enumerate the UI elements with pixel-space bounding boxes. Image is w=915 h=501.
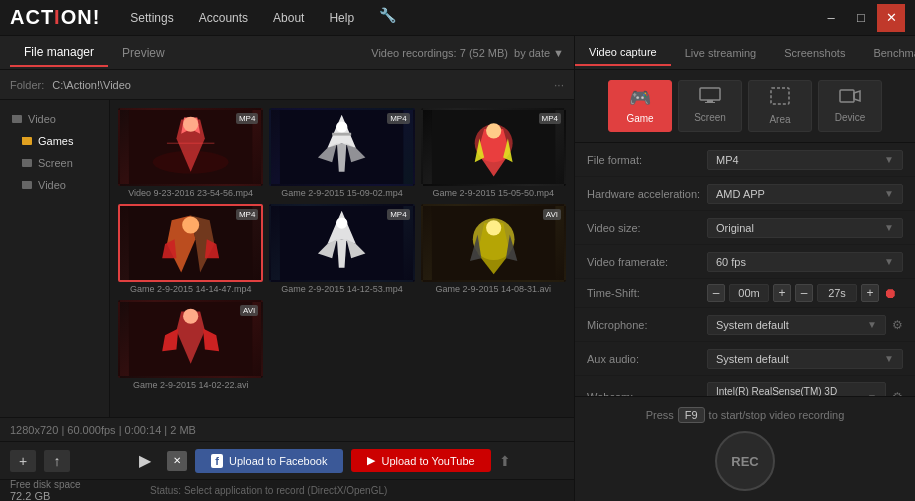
menu-help[interactable]: Help [319,7,364,29]
timeshift-plus-2[interactable]: + [861,284,879,302]
rec-key-badge: F9 [678,407,705,423]
upload-facebook-button[interactable]: f Upload to Facebook [195,449,343,473]
capture-mode-area[interactable]: Area [748,80,812,132]
menu-about[interactable]: About [263,7,314,29]
capture-mode-device[interactable]: Device [818,80,882,132]
thumbnail-label: Game 2-9-2015 15-05-50.mp4 [421,188,566,198]
maximize-button[interactable]: □ [847,4,875,32]
minimize-button[interactable]: – [817,4,845,32]
status-bar: Free disk space 72.2 GB Status: Select a… [0,479,574,501]
play-button[interactable]: ▶ [131,447,159,475]
wrench-icon[interactable]: 🔧 [379,7,396,29]
timeshift-value-1: 00m [729,284,769,302]
video-framerate-dropdown[interactable]: 60 fps ▼ [707,252,903,272]
thumbnails-grid: MP4 Video 9-23-2016 23-54-56.mp4 [118,108,566,390]
timeshift-record-icon[interactable]: ⏺ [883,285,897,301]
sidebar: Video Games Screen Video [0,100,110,417]
capture-mode-game[interactable]: 🎮 Game [608,80,672,132]
video-size-dropdown[interactable]: Original ▼ [707,218,903,238]
format-badge: MP4 [539,113,561,124]
chevron-down-icon: ▼ [884,154,894,165]
title-bar: ACTION! Settings Accounts About Help 🔧 –… [0,0,915,36]
format-badge: MP4 [387,209,409,220]
svg-rect-12 [333,133,352,136]
timeshift-value-2: 27s [817,284,857,302]
svg-point-22 [182,216,199,233]
folder-label: Folder: [10,79,44,91]
add-button[interactable]: + [10,450,36,472]
format-badge: AVI [240,305,258,316]
thumbnail-item[interactable]: MP4 Game 2-9-2015 14-14-47.mp4 [118,204,263,294]
microphone-dropdown[interactable]: System default ▼ [707,315,886,335]
bottom-controls: + ↑ ▶ ✕ f Upload to Facebook ▶ Upload to… [0,441,574,479]
thumbnail-image: MP4 [421,108,566,186]
screen-icon [699,87,721,108]
sidebar-item-video-sub[interactable]: Video [0,174,109,196]
status-text: Status: Select application to record (Di… [150,485,387,496]
tab-live-streaming[interactable]: Live streaming [671,41,771,65]
window-controls: – □ ✕ [817,4,905,32]
tab-bar: File manager Preview Video recordings: 7… [0,36,574,70]
recordings-info: Video recordings: 7 (52 MB) by date ▼ [371,47,564,59]
chevron-down-icon: ▼ [884,188,894,199]
video-size-label: Video size: [587,222,707,234]
svg-point-4 [183,117,198,132]
webcam-dropdown[interactable]: Intel(R) RealSense(TM) 3D Camera Vir... … [707,382,886,396]
tab-file-manager[interactable]: File manager [10,39,108,67]
svg-point-34 [486,220,501,235]
upload-youtube-button[interactable]: ▶ Upload to YouTube [351,449,490,472]
thumbnail-item[interactable]: MP4 Video 9-23-2016 23-54-56.mp4 [118,108,263,198]
tab-benchmark[interactable]: Benchmark [859,41,915,65]
timeshift-label: Time-Shift: [587,287,707,299]
capture-mode-screen[interactable]: Screen [678,80,742,132]
chevron-down-icon: ▼ [884,256,894,267]
folder-path: C:\Action!\Video [52,79,554,91]
device-icon [839,87,861,108]
webcam-row: Webcam: Intel(R) RealSense(TM) 3D Camera… [575,376,915,396]
tab-screenshots[interactable]: Screenshots [770,41,859,65]
timeshift-minus-1[interactable]: – [707,284,725,302]
svg-rect-42 [700,88,720,100]
thumbnail-item[interactable]: AVI Game 2-9-2015 14-02-22.avi [118,300,263,390]
sidebar-item-games[interactable]: Games [0,130,109,152]
stop-button[interactable]: ✕ [167,451,187,471]
thumbnail-image: MP4 [118,108,263,186]
aux-audio-dropdown[interactable]: System default ▼ [707,349,903,369]
sidebar-item-screen[interactable]: Screen [0,152,109,174]
main-layout: File manager Preview Video recordings: 7… [0,36,915,501]
microphone-label: Microphone: [587,319,707,331]
timeshift-minus-2[interactable]: – [795,284,813,302]
microphone-settings-icon[interactable]: ⚙ [892,318,903,332]
thumbnail-image: AVI [118,300,263,378]
sidebar-item-video-root[interactable]: Video [0,108,109,130]
tab-video-capture[interactable]: Video capture [575,40,671,66]
main-menu: Settings Accounts About Help 🔧 [120,7,396,29]
upload-small-button[interactable]: ↑ [44,450,70,472]
thumbnails-area[interactable]: MP4 Video 9-23-2016 23-54-56.mp4 [110,100,574,417]
svg-rect-44 [705,102,715,103]
timeshift-plus-1[interactable]: + [773,284,791,302]
thumbnail-label: Game 2-9-2015 14-08-31.avi [421,284,566,294]
close-button[interactable]: ✕ [877,4,905,32]
sort-dropdown[interactable]: by date ▼ [514,47,564,59]
thumbnail-label: Game 2-9-2015 15-09-02.mp4 [269,188,414,198]
rec-section: Press F9 to start/stop video recording R… [575,396,915,501]
chevron-down-icon: ▼ [884,353,894,364]
thumbnail-item[interactable]: MP4 Game 2-9-2015 15-05-50.mp4 [421,108,566,198]
folder-options-button[interactable]: ··· [554,78,564,92]
menu-accounts[interactable]: Accounts [189,7,258,29]
thumbnail-image: MP4 [269,108,414,186]
folder-icon [22,181,32,189]
rec-hint: Press F9 to start/stop video recording [646,407,845,423]
rec-button[interactable]: REC [715,431,775,491]
menu-settings[interactable]: Settings [120,7,183,29]
thumbnail-item[interactable]: AVI Game 2-9-2015 14-08-31.avi [421,204,566,294]
thumbnail-item[interactable]: MP4 Game 2-9-2015 15-09-02.mp4 [269,108,414,198]
thumbnail-item[interactable]: MP4 Game 2-9-2015 14-12-53.mp4 [269,204,414,294]
tab-preview[interactable]: Preview [108,40,179,66]
file-format-dropdown[interactable]: MP4 ▼ [707,150,903,170]
upload-icon[interactable]: ⬆ [499,453,511,469]
thumbnail-label: Game 2-9-2015 14-02-22.avi [118,380,263,390]
hw-accel-dropdown[interactable]: AMD APP ▼ [707,184,903,204]
content-area: Video Games Screen Video [0,100,574,417]
